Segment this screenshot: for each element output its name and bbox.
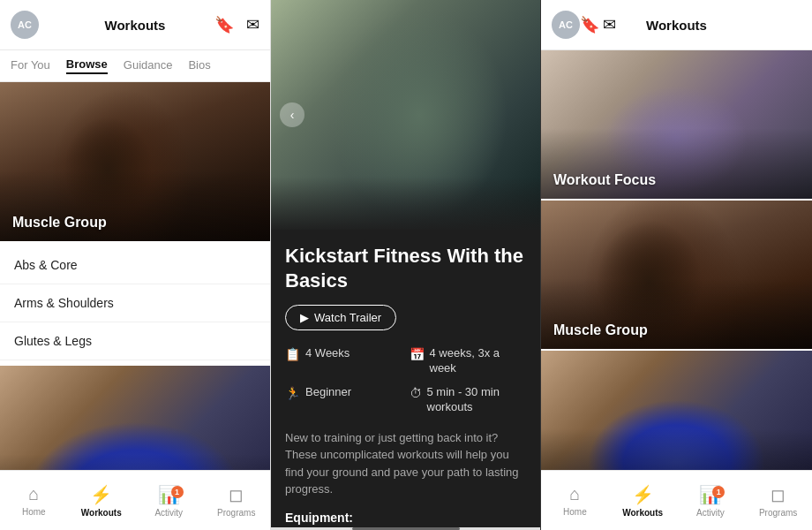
card-shadow-mg — [541, 278, 812, 349]
watch-trailer-button[interactable]: ▶ Watch Trailer — [285, 305, 396, 330]
card-shadow — [0, 170, 270, 241]
card-shadow-eq — [541, 428, 812, 470]
muscle-group-card[interactable]: Muscle Group — [0, 82, 270, 241]
right-cards: Workout Focus Muscle Group Equipment — [541, 50, 812, 470]
list-section: Abs & Core Arms & Shoulders Glutes & Leg… — [0, 241, 270, 366]
equipment-section-label: Equipment: — [285, 511, 526, 525]
workouts-icon-right: ⚡ — [632, 484, 654, 505]
home-label-right: Home — [563, 507, 587, 517]
description-text: New to training or just getting back int… — [285, 429, 526, 498]
bottom-tab-programs-left[interactable]: ◻ Programs — [203, 484, 271, 518]
right-top-nav: AC Workouts 🔖 ✉ — [541, 0, 812, 50]
bottom-tab-home-left[interactable]: ⌂ Home — [0, 484, 68, 517]
muscle-group-label-right: Muscle Group — [553, 322, 648, 338]
left-bottom-bar: ⌂ Home ⚡ Workouts 📊 1 Activity ◻ Program… — [0, 470, 270, 530]
stats-grid: 📋 4 Weeks 📅 4 weeks, 3x a week 🏃 Beginne… — [285, 346, 526, 415]
schedule-icon: 📅 — [410, 347, 425, 361]
list-item-glutes[interactable]: Glutes & Legs — [0, 322, 270, 360]
stat-schedule: 📅 4 weeks, 3x a week — [410, 346, 527, 376]
stat-weeks: 📋 4 Weeks — [285, 346, 402, 376]
workouts-icon-left: ⚡ — [90, 484, 112, 505]
middle-title: Kickstart Fitness With the Basics — [285, 244, 526, 292]
activity-label-left: Activity — [154, 508, 183, 518]
programs-icon-right: ◻ — [771, 484, 786, 505]
schedule-text: 4 weeks, 3x a week — [430, 346, 527, 376]
left-panel: AC Workouts 🔖 ✉ For You Browse Guidance … — [0, 0, 271, 530]
home-label-left: Home — [22, 507, 46, 517]
card-shadow-2 — [0, 454, 270, 470]
middle-body: Kickstart Fitness With the Basics ▶ Watc… — [271, 230, 540, 527]
tab-guidance[interactable]: Guidance — [124, 58, 173, 73]
workout-focus-card[interactable]: Workout Focus — [541, 50, 812, 201]
right-panel: AC Workouts 🔖 ✉ Workout Focus Muscle Gro… — [541, 0, 812, 530]
muscle-group-card-right[interactable]: Muscle Group — [541, 201, 812, 351]
bottom-tab-activity-left[interactable]: 📊 1 Activity — [135, 484, 203, 518]
home-icon-right: ⌂ — [569, 484, 580, 504]
programs-label-right: Programs — [759, 508, 797, 518]
activity-badge-right: 1 — [712, 486, 725, 498]
activity-badge-left: 1 — [171, 486, 184, 498]
hero-gradient — [271, 177, 540, 230]
duration-text: 5 min - 30 min workouts — [427, 385, 527, 415]
activity-label-right: Activity — [696, 508, 725, 518]
level-icon: 🏃 — [285, 386, 300, 400]
mail-icon-right[interactable]: ✉ — [603, 17, 616, 33]
bottom-tab-workouts-left[interactable]: ⚡ Workouts — [68, 484, 136, 518]
mail-icon-left[interactable]: ✉ — [246, 17, 259, 33]
card-shadow-rf — [541, 128, 812, 199]
bottom-tab-workouts-right[interactable]: ⚡ Workouts — [609, 484, 677, 518]
duration-icon: ⏱ — [410, 386, 422, 400]
tab-for-you[interactable]: For You — [11, 58, 50, 73]
equipment-card-right[interactable]: Equipment — [541, 351, 812, 470]
left-scroll-content: Muscle Group Abs & Core Arms & Shoulders… — [0, 82, 270, 470]
list-item-abs[interactable]: Abs & Core — [0, 246, 270, 284]
programs-icon-left: ◻ — [229, 484, 244, 505]
left-title: Workouts — [105, 18, 166, 33]
stat-duration: ⏱ 5 min - 30 min workouts — [410, 385, 527, 415]
play-icon: ▶ — [300, 311, 309, 324]
bookmark-icon-right[interactable]: 🔖 — [580, 17, 599, 33]
left-nav-icons: 🔖 ✉ — [214, 17, 259, 33]
watch-trailer-label: Watch Trailer — [314, 311, 381, 324]
tab-bios[interactable]: Bios — [188, 58, 210, 73]
workouts-label-left: Workouts — [81, 508, 122, 518]
list-item-arms[interactable]: Arms & Shoulders — [0, 284, 270, 322]
workout-focus-label: Workout Focus — [553, 172, 656, 188]
avatar-right[interactable]: AC — [552, 11, 580, 39]
left-top-nav: AC Workouts 🔖 ✉ — [0, 0, 270, 50]
muscle-group-label: Muscle Group — [12, 215, 107, 231]
bottom-tab-programs-right[interactable]: ◻ Programs — [744, 484, 812, 518]
programs-label-left: Programs — [217, 508, 255, 518]
home-icon-left: ⌂ — [28, 484, 39, 504]
weeks-text: 4 Weeks — [305, 346, 350, 361]
stat-level: 🏃 Beginner — [285, 385, 402, 415]
weeks-icon: 📋 — [285, 347, 300, 361]
bottom-tab-activity-right[interactable]: 📊 1 Activity — [677, 484, 745, 518]
right-bottom-bar: ⌂ Home ⚡ Workouts 📊 1 Activity ◻ Program… — [541, 470, 812, 530]
tab-browse[interactable]: Browse — [66, 57, 108, 74]
bottom-tab-home-right[interactable]: ⌂ Home — [541, 484, 609, 517]
middle-hero: ‹ — [271, 0, 540, 230]
bookmark-icon-left[interactable]: 🔖 — [214, 17, 234, 33]
right-title: Workouts — [646, 18, 707, 33]
middle-panel: ‹ Kickstart Fitness With the Basics ▶ Wa… — [271, 0, 541, 530]
workouts-label-right: Workouts — [622, 508, 663, 518]
level-text: Beginner — [305, 385, 351, 400]
avatar-left[interactable]: AC — [11, 11, 39, 39]
tab-row-left: For You Browse Guidance Bios — [0, 50, 270, 82]
equipment-card[interactable]: Equipment — [0, 366, 270, 470]
right-nav-icons: 🔖 ✉ — [580, 17, 616, 34]
hero-chevron-left[interactable]: ‹ — [280, 102, 304, 127]
